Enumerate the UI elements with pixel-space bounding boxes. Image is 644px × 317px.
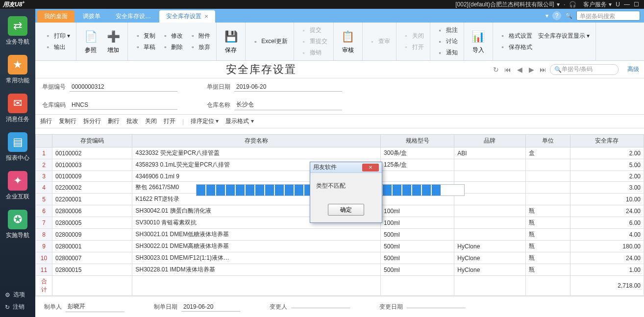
tb-Excel更新[interactable]: ▫Excel更新	[248, 36, 290, 47]
tb-删除[interactable]: ▫删除	[158, 42, 186, 53]
tab-bar: 我的桌面调拨单安全库存设…安全库存设置✕ ▾ ? 🔍 单据条码搜索	[35, 9, 644, 23]
grid-action-复制行[interactable]: 复制行	[59, 117, 76, 125]
last-icon[interactable]: ⏭	[538, 66, 548, 73]
grid-action-删行[interactable]: 删行	[108, 117, 120, 125]
sidebar-item-2[interactable]: ✉消息任务	[3, 94, 32, 123]
tb-输出[interactable]: ▫输出	[41, 42, 73, 53]
col-header[interactable]: 规格型号	[381, 135, 454, 147]
dropdown-icon[interactable]: ▾	[609, 1, 612, 8]
wh-code-value[interactable]: HNCS	[70, 100, 177, 110]
ok-button[interactable]: 确定	[328, 204, 364, 216]
table-row[interactable]: 802800009SH30021.01 DMEM低糖液体培养基500ml瓶4.0…	[36, 229, 644, 241]
tab-3[interactable]: 安全库存设置✕	[159, 10, 215, 23]
tb-big-审核[interactable]: 📋审核	[337, 28, 359, 54]
close-icon[interactable]: ✕	[362, 164, 379, 171]
dialog-message: 类型不匹配	[316, 182, 376, 190]
tb-批注[interactable]: ▫批注	[433, 24, 461, 36]
table-row[interactable]: 1002800007SH30023.01 DMEM/F12(1:1)液体…500…	[36, 252, 644, 264]
minimize-icon[interactable]: —	[624, 1, 630, 8]
tb-通知[interactable]: ▫通知	[433, 47, 461, 58]
u-icon[interactable]: U	[616, 1, 620, 8]
tb-关闭[interactable]: ▫关闭	[399, 30, 427, 42]
sidebar-item-4[interactable]: ✦企业互联	[3, 171, 32, 201]
tb-复制[interactable]: ▫复制	[131, 30, 158, 42]
tab-0[interactable]: 我的桌面	[37, 10, 74, 23]
tb-保存格式[interactable]: ▫保存格式	[496, 42, 535, 53]
header-fields: 单据编号0000000312 单据日期2019-06-20 仓库编码HNCS 仓…	[35, 78, 644, 115]
table-row[interactable]: 1102800015SH30228.01 IMDM液体培养基500mlHyClo…	[36, 264, 644, 276]
sidebar-bottom: ⚙选项↻注销	[0, 289, 35, 317]
tb-big-导入[interactable]: 📊导入	[467, 28, 490, 54]
grid-action-排序定位[interactable]: 排序定位	[191, 117, 219, 125]
brand-logo: 用友U8+	[3, 0, 25, 9]
company-name: [002](default)合肥兰杰柯科技有限公司	[455, 0, 555, 9]
refresh-icon[interactable]: ↻	[491, 66, 501, 73]
cdate-value	[407, 306, 466, 308]
sidebar-item-0[interactable]: ⇄业务导航	[3, 16, 32, 46]
grid-action-显示格式[interactable]: 显示格式	[225, 117, 253, 125]
footer-fields: 制单人彭晓芹 制单日期2019-06-20 变更人 变更日期	[35, 296, 644, 317]
tab-1[interactable]: 调拨单	[76, 10, 107, 23]
bill-no-value[interactable]: 0000000312	[70, 82, 177, 92]
tb-big-保存[interactable]: 💾保存	[220, 28, 242, 54]
advanced-link[interactable]: 高级	[627, 65, 639, 73]
table-row[interactable]: 902800001SH30022.01 DMEM高糖液体培养基500mlHyCl…	[36, 241, 644, 252]
sidebar-footer-0[interactable]: ⚙选项	[0, 289, 35, 301]
tb-撤销[interactable]: ▫撤销	[297, 47, 330, 58]
dropdown-icon[interactable]: ▾	[557, 1, 560, 8]
page-title: 安全库存设置	[35, 62, 487, 77]
tb-打开[interactable]: ▫打开	[399, 42, 427, 53]
grid-action-批改[interactable]: 批改	[126, 117, 138, 125]
tb-草稿[interactable]: ▫草稿	[131, 42, 158, 53]
tb-big-参照[interactable]: 📄参照	[79, 28, 102, 54]
barcode-search-input[interactable]: 单据条码搜索	[576, 11, 640, 21]
sidebar-item-5[interactable]: ✪实施导航	[3, 210, 32, 240]
tb-附件[interactable]: ▫附件	[186, 30, 213, 42]
tb-big-增加[interactable]: ➕增加	[102, 28, 124, 54]
prev-icon[interactable]: ◀	[515, 66, 524, 73]
nav-buttons: ↻ ⏮ ◀ ▶ ⏭ 🔍 单据号/条码	[487, 64, 622, 75]
changer-label: 变更人	[270, 303, 287, 311]
tb-讨论[interactable]: ▫讨论	[433, 36, 461, 47]
tb-放弃[interactable]: ▫放弃	[186, 42, 213, 53]
first-icon[interactable]: ⏮	[503, 66, 513, 73]
sidebar-item-3[interactable]: ▤报表中心	[3, 132, 32, 162]
col-header[interactable]: 品牌	[454, 135, 525, 147]
wh-name-value[interactable]: 长沙仓	[234, 99, 342, 110]
grid-action-打开[interactable]: 打开	[164, 117, 175, 125]
wh-code-label: 仓库编码	[42, 101, 66, 109]
customer-service-link[interactable]: 客户服务	[583, 0, 607, 9]
next-icon[interactable]: ▶	[526, 66, 536, 73]
mdate-label: 制单日期	[154, 303, 177, 311]
doc-search-input[interactable]: 🔍 单据号/条码	[550, 64, 619, 75]
col-header[interactable]: 存货编码	[52, 135, 132, 147]
table-row[interactable]: 1001000024323032 荧光定量PCR八排管盖300条/盒ABI盒2.…	[36, 147, 644, 159]
grid-action-拆分行[interactable]: 拆分行	[83, 117, 101, 125]
sidebar-footer-1[interactable]: ↻注销	[0, 301, 35, 313]
maker-label: 制单人	[44, 303, 62, 311]
grid-action-插行[interactable]: 插行	[40, 117, 52, 125]
sidebar-item-1[interactable]: ★常用功能	[3, 55, 32, 85]
tb-display[interactable]: 安全库存设置显示 ▾	[535, 30, 593, 42]
col-header[interactable]: 单位	[525, 135, 570, 147]
separator: ·	[564, 1, 565, 8]
tb-提交[interactable]: ▫提交	[297, 24, 330, 36]
grid-action-关闭[interactable]: 关闭	[145, 117, 157, 125]
tb-格式设置[interactable]: ▫格式设置	[496, 30, 535, 42]
col-header[interactable]: 存货名称	[132, 135, 381, 147]
dialog-title: 用友软件	[313, 163, 362, 171]
changer-value	[291, 306, 350, 308]
tab-2[interactable]: 安全库存设…	[109, 10, 158, 23]
help-icon[interactable]: ?	[552, 11, 561, 20]
maximize-icon[interactable]: ☐	[634, 1, 639, 8]
tb-查审[interactable]: ▫查审	[366, 36, 393, 47]
tabs-menu-icon[interactable]: ▾	[545, 12, 548, 19]
tab-close-icon[interactable]: ✕	[204, 14, 208, 19]
ribbon-toolbar: ▫打印 ▾▫输出📄参照➕增加▫复制▫修改▫附件▫草稿▫删除▫放弃💾保存▫Exce…	[35, 23, 644, 61]
tb-修改[interactable]: ▫修改	[158, 30, 186, 42]
left-sidebar: ⇄业务导航★常用功能✉消息任务▤报表中心✦企业互联✪实施导航 ⚙选项↻注销	[0, 9, 35, 317]
bill-date-value[interactable]: 2019-06-20	[234, 82, 342, 92]
col-header[interactable]: 安全库存	[570, 135, 644, 147]
tb-打印[interactable]: ▫打印 ▾	[41, 30, 73, 42]
tb-重提交[interactable]: ▫重提交	[297, 36, 330, 47]
